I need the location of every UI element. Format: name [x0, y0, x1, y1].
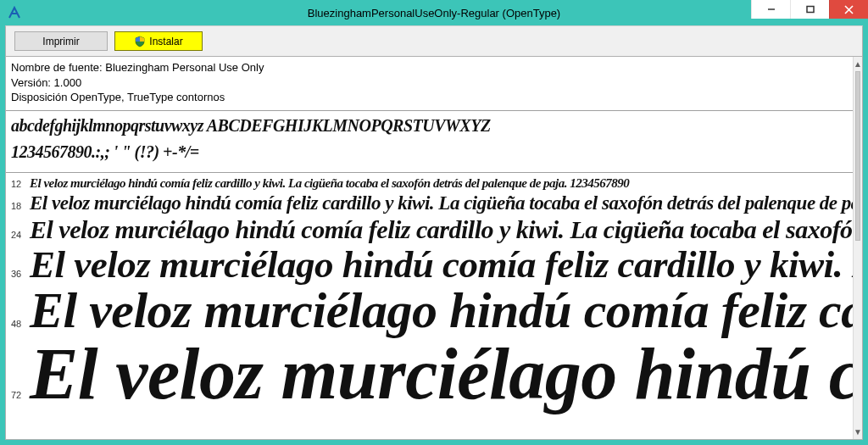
shield-icon: [134, 36, 146, 47]
size-label: 72: [11, 390, 30, 400]
minimize-button[interactable]: [751, 0, 790, 19]
scroll-thumb[interactable]: [855, 71, 860, 241]
font-layout-line: Disposición OpenType, TrueType contornos: [11, 90, 848, 105]
window-controls: [751, 0, 868, 19]
sample-text: El veloz murciélago hindú comía feliz ca…: [30, 331, 853, 416]
sample-text: El veloz murciélago hindú comía feliz ca…: [30, 176, 629, 191]
minimize-icon: [767, 5, 776, 14]
font-name-line: Nombre de fuente: Bluezingham Personal U…: [11, 60, 848, 75]
close-icon: [844, 5, 854, 14]
sample-text: El veloz murciélago hindú comía feliz ca…: [30, 242, 853, 286]
sample-text: El veloz murciélago hindú comía feliz ca…: [30, 215, 853, 244]
size-label: 48: [11, 319, 30, 329]
maximize-icon: [806, 5, 815, 14]
svg-rect-1: [807, 7, 814, 13]
sample-row-72: 72 El veloz murciélago hindú comía feliz…: [6, 331, 853, 416]
font-meta: Nombre de fuente: Bluezingham Personal U…: [6, 57, 853, 111]
glyph-line-numeric: 1234567890.:,; ' " (!?) +-*/=: [11, 141, 848, 164]
toolbar: Imprimir Instalar: [5, 25, 863, 57]
print-button-label: Imprimir: [42, 36, 79, 47]
sample-row-24: 24 El veloz murciélago hindú comía feliz…: [6, 215, 853, 244]
vertical-scrollbar[interactable]: ▲ ▼: [853, 57, 862, 439]
content-panel: Nombre de fuente: Bluezingham Personal U…: [5, 57, 863, 440]
size-label: 18: [11, 201, 30, 211]
size-samples: 12 El veloz murciélago hindú comía feliz…: [6, 176, 853, 416]
sample-row-18: 18 El veloz murciélago hindú comía feliz…: [6, 192, 853, 214]
size-label: 36: [11, 269, 30, 279]
window-title: BluezinghamPersonalUseOnly-Regular (Open…: [308, 7, 560, 19]
sample-row-36: 36 El veloz murciélago hindú comía feliz…: [6, 242, 853, 286]
titlebar: BluezinghamPersonalUseOnly-Regular (Open…: [0, 0, 868, 25]
maximize-button[interactable]: [790, 0, 829, 19]
app-icon: [7, 5, 22, 20]
scroll-down-arrow-icon[interactable]: ▼: [854, 425, 862, 439]
glyph-line-alpha: abcdefghijklmnopqrstuvwxyz ABCDEFGHIJKLM…: [11, 114, 848, 137]
size-label: 24: [11, 230, 30, 240]
install-button[interactable]: Instalar: [114, 31, 203, 51]
print-button[interactable]: Imprimir: [14, 31, 108, 51]
install-button-label: Instalar: [149, 36, 182, 47]
glyph-sample-block: abcdefghijklmnopqrstuvwxyz ABCDEFGHIJKLM…: [6, 111, 853, 173]
content-scroll-area: Nombre de fuente: Bluezingham Personal U…: [6, 57, 853, 439]
sample-text: El veloz murciélago hindú comía feliz ca…: [30, 192, 853, 214]
font-version-line: Versión: 1.000: [11, 75, 848, 91]
size-label: 12: [11, 179, 30, 189]
sample-row-12: 12 El veloz murciélago hindú comía feliz…: [6, 176, 853, 191]
close-button[interactable]: [829, 0, 868, 19]
scroll-up-arrow-icon[interactable]: ▲: [854, 57, 862, 71]
